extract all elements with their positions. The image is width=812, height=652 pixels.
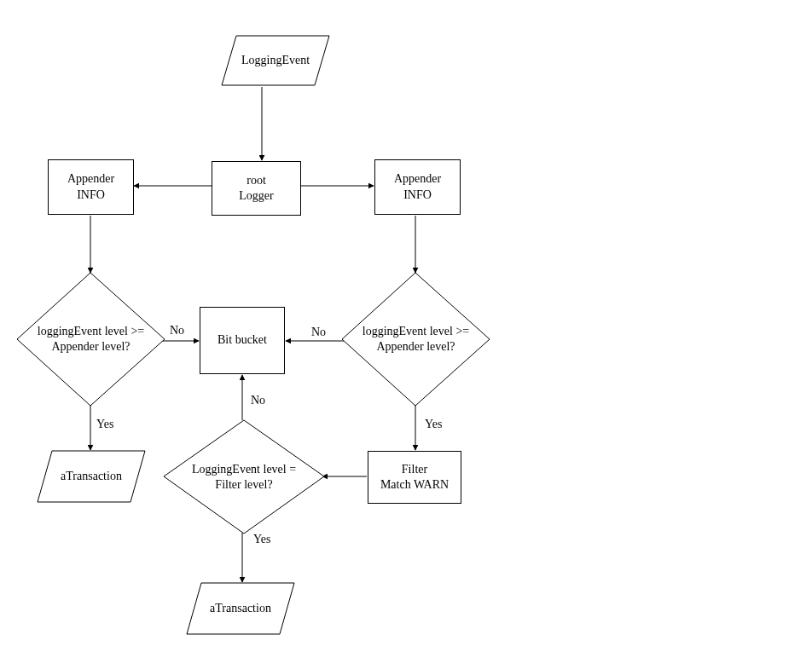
node-label: aTransaction	[61, 469, 122, 484]
edge-label-yes-filter: Yes	[253, 533, 270, 546]
node-logging-event: LoggingEvent	[221, 35, 330, 86]
node-decision-filter: LoggingEvent level = Filter level?	[163, 419, 325, 534]
edge-label-yes-right: Yes	[425, 418, 442, 431]
node-label: Filter Match WARN	[380, 462, 449, 493]
edge-label-no-left: No	[170, 324, 184, 338]
node-atransaction-left: aTransaction	[37, 450, 146, 503]
node-decision-right: loggingEvent level >= Appender level?	[341, 272, 490, 407]
node-label: LoggingEvent	[241, 53, 310, 68]
node-appender-info-right: Appender INFO	[374, 159, 461, 215]
edge-label-no-right: No	[311, 326, 326, 339]
node-label: loggingEvent level >= Appender level?	[362, 324, 469, 355]
flowchart-canvas: LoggingEvent root Logger Appender INFO A…	[0, 0, 812, 652]
node-decision-left: loggingEvent level >= Appender level?	[16, 272, 165, 407]
node-appender-info-left: Appender INFO	[48, 159, 134, 215]
node-filter-match-warn: Filter Match WARN	[368, 451, 461, 504]
node-label: root Logger	[239, 173, 273, 204]
node-label: Bit bucket	[218, 332, 267, 348]
node-atransaction-bottom: aTransaction	[186, 582, 295, 635]
node-label: loggingEvent level >= Appender level?	[38, 324, 144, 355]
node-bit-bucket: Bit bucket	[200, 307, 285, 374]
edge-label-no-filter: No	[251, 394, 265, 407]
node-label: Appender INFO	[67, 171, 114, 202]
node-label: LoggingEvent level = Filter level?	[192, 461, 296, 492]
node-label: aTransaction	[210, 601, 271, 616]
node-label: Appender INFO	[394, 171, 441, 202]
edge-label-yes-left: Yes	[96, 418, 113, 431]
node-root-logger: root Logger	[212, 161, 301, 216]
